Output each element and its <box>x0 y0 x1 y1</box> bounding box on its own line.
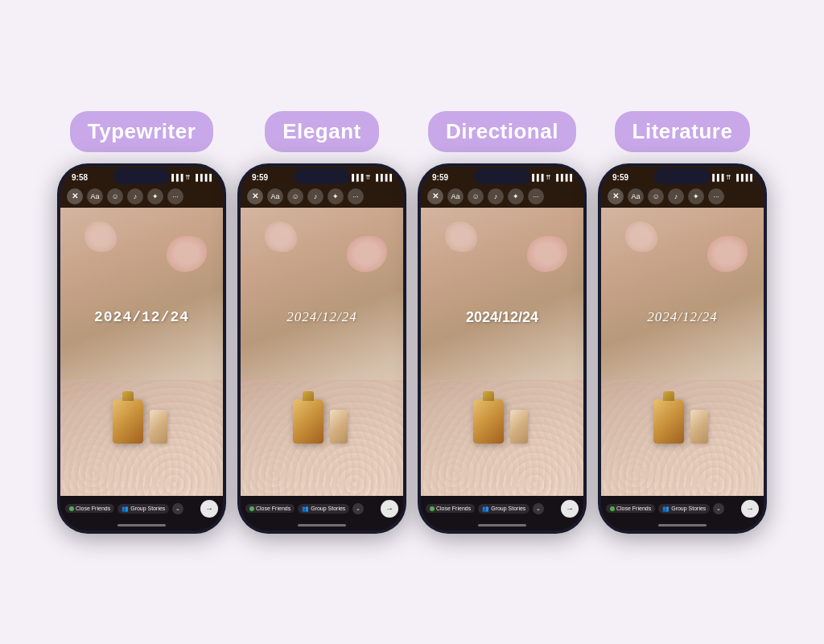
bottom-bar: Close Friends 👥 Group Stories ⌄ → <box>241 496 403 522</box>
group-icon: 👥 <box>122 506 129 512</box>
status-icons: ▐▐▐⇈▐▐▐▐ <box>529 174 572 181</box>
group-icon: 👥 <box>302 506 309 512</box>
music-button[interactable]: ♪ <box>127 188 143 204</box>
typewriter-column: Typewriter 9:58 ▐▐▐⇈▐▐▐▐ ✕ Aa ☺ ♪ ✦ ··· <box>57 111 226 534</box>
perfume-bottle-main <box>113 399 143 444</box>
perfume-bottle-main <box>293 399 323 444</box>
bottom-bar: Close Friends 👥 Group Stories ⌄ → <box>421 496 583 522</box>
sticker-button[interactable]: ☺ <box>287 188 303 204</box>
group-stories-button[interactable]: 👥 Group Stories <box>117 504 169 514</box>
sparkle-button[interactable]: ✦ <box>147 188 163 204</box>
toolbar: ✕ Aa ☺ ♪ ✦ ··· <box>421 185 583 208</box>
date-overlay: 2024/12/24 <box>94 309 189 325</box>
close-friends-button[interactable]: Close Friends <box>245 504 295 513</box>
flower-decoration <box>347 236 387 272</box>
group-stories-label: Group Stories <box>311 506 345 511</box>
sparkle-button[interactable]: ✦ <box>508 188 524 204</box>
group-stories-button[interactable]: 👥 Group Stories <box>298 504 349 514</box>
home-bar <box>298 524 346 526</box>
directional-phone: 9:59 ▐▐▐⇈▐▐▐▐ ✕ Aa ☺ ♪ ✦ ··· <box>418 163 587 534</box>
group-stories-button[interactable]: 👥 Group Stories <box>478 504 529 514</box>
literature-phone: 9:59 ▐▐▐⇈▐▐▐▐ ✕ Aa ☺ ♪ ✦ ··· <box>598 163 767 534</box>
toolbar: ✕ Aa ☺ ♪ ✦ ··· <box>241 185 403 208</box>
sticker-button[interactable]: ☺ <box>468 188 484 204</box>
more-button[interactable]: ··· <box>708 188 724 204</box>
phone-notch <box>474 168 530 184</box>
home-indicator <box>241 522 403 530</box>
photo-sim: 2024/12/24 <box>60 208 223 496</box>
flower-decoration-2 <box>625 221 657 252</box>
phone-inner: 9:59 ▐▐▐⇈▐▐▐▐ ✕ Aa ☺ ♪ ✦ ··· <box>241 167 403 530</box>
more-button[interactable]: ··· <box>167 188 183 204</box>
photo-sim: 2024/12/24 <box>241 208 403 496</box>
directional-column: Directional 9:59 ▐▐▐⇈▐▐▐▐ ✕ Aa ☺ ♪ ✦ ··· <box>418 111 587 534</box>
chevron-button[interactable]: ⌄ <box>713 503 724 514</box>
typewriter-phone: 9:58 ▐▐▐⇈▐▐▐▐ ✕ Aa ☺ ♪ ✦ ··· <box>57 163 226 534</box>
home-bar <box>658 524 707 526</box>
chevron-button[interactable]: ⌄ <box>172 503 183 514</box>
sticker-button[interactable]: ☺ <box>648 188 664 204</box>
next-button[interactable]: → <box>381 500 398 518</box>
flower-decoration <box>527 236 567 272</box>
next-button[interactable]: → <box>200 500 218 518</box>
bottom-bar: Close Friends 👥 Group Stories ⌄ → <box>60 496 223 522</box>
perfume-bottle-small <box>690 410 708 444</box>
chevron-button[interactable]: ⌄ <box>352 503 364 514</box>
next-button[interactable]: → <box>741 500 759 518</box>
elegant-label[interactable]: Elegant <box>265 111 378 152</box>
group-stories-label: Group Stories <box>491 506 525 511</box>
phone-notch <box>294 168 350 184</box>
font-button[interactable]: Aa <box>87 188 103 204</box>
sparkle-button[interactable]: ✦ <box>328 188 344 204</box>
perfume-bottle-small <box>510 410 528 444</box>
close-friends-label: Close Friends <box>436 506 471 511</box>
home-bar <box>117 524 166 526</box>
date-overlay: 2024/12/24 <box>286 309 356 325</box>
music-button[interactable]: ♪ <box>307 188 323 204</box>
flower-decoration-2 <box>445 221 477 252</box>
close-button[interactable]: ✕ <box>608 188 624 204</box>
sticker-button[interactable]: ☺ <box>107 188 123 204</box>
photo-background: 2024/12/24 <box>60 208 223 496</box>
font-button[interactable]: Aa <box>447 188 464 204</box>
close-friends-button[interactable]: Close Friends <box>606 504 655 513</box>
typewriter-label[interactable]: Typewriter <box>70 111 214 152</box>
close-friends-button[interactable]: Close Friends <box>426 504 475 513</box>
chevron-button[interactable]: ⌄ <box>533 503 544 514</box>
close-friends-button[interactable]: Close Friends <box>65 504 114 513</box>
photo-background: 2024/12/24 <box>241 208 403 496</box>
perfume-bottle-small <box>150 410 167 444</box>
perfume-bottle-main <box>653 399 684 444</box>
more-button[interactable]: ··· <box>528 188 544 204</box>
close-button[interactable]: ✕ <box>247 188 263 204</box>
date-overlay: 2024/12/24 <box>647 309 717 325</box>
group-stories-button[interactable]: 👥 Group Stories <box>658 504 710 514</box>
flower-decoration-2 <box>84 221 117 252</box>
green-dot <box>430 506 435 511</box>
close-friends-label: Close Friends <box>76 506 110 511</box>
green-dot <box>249 506 254 511</box>
photo-sim: 2024/12/24 <box>421 208 583 496</box>
phone-inner: 9:59 ▐▐▐⇈▐▐▐▐ ✕ Aa ☺ ♪ ✦ ··· <box>421 167 583 530</box>
flower-decoration-2 <box>265 221 297 252</box>
music-button[interactable]: ♪ <box>488 188 504 204</box>
toolbar: ✕ Aa ☺ ♪ ✦ ··· <box>60 185 223 208</box>
more-button[interactable]: ··· <box>348 188 364 204</box>
literature-label[interactable]: Literature <box>615 111 751 152</box>
music-button[interactable]: ♪ <box>668 188 684 204</box>
bottom-bar: Close Friends 👥 Group Stories ⌄ → <box>601 496 764 522</box>
status-icons: ▐▐▐⇈▐▐▐▐ <box>349 174 392 181</box>
font-button[interactable]: Aa <box>267 188 283 204</box>
phone-notch <box>113 168 170 184</box>
green-dot <box>69 506 74 511</box>
close-button[interactable]: ✕ <box>427 188 443 204</box>
group-stories-label: Group Stories <box>130 506 165 511</box>
photo-background: 2024/12/24 <box>601 208 764 496</box>
sparkle-button[interactable]: ✦ <box>688 188 704 204</box>
literature-column: Literature 9:59 ▐▐▐⇈▐▐▐▐ ✕ Aa ☺ ♪ ✦ ··· <box>598 111 767 534</box>
font-button[interactable]: Aa <box>628 188 644 204</box>
close-button[interactable]: ✕ <box>67 188 83 204</box>
group-stories-label: Group Stories <box>671 506 706 511</box>
directional-label[interactable]: Directional <box>428 111 576 152</box>
next-button[interactable]: → <box>561 500 579 518</box>
